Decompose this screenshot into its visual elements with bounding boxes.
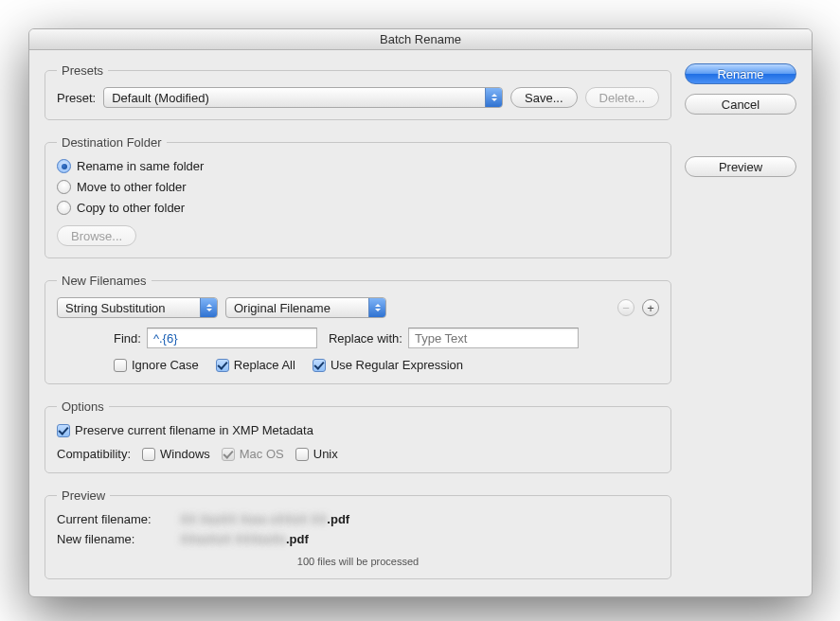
ignore-case-label: Ignore Case [132, 358, 199, 372]
radio-input-move[interactable] [57, 180, 71, 194]
use-regex-label: Use Regular Expression [331, 358, 463, 372]
source-popup[interactable]: Original Filename [225, 297, 386, 318]
radio-label-copy: Copy to other folder [77, 201, 185, 215]
rename-button[interactable]: Rename [685, 63, 796, 84]
remove-rule-button[interactable]: − [617, 299, 634, 316]
radio-label-same: Rename in same folder [77, 159, 204, 173]
radio-same-folder[interactable]: Rename in same folder [57, 159, 659, 173]
ignore-case-checkbox[interactable] [114, 359, 127, 372]
radio-move-folder[interactable]: Move to other folder [57, 180, 659, 194]
destination-legend: Destination Folder [57, 135, 167, 150]
presets-legend: Presets [57, 63, 108, 78]
preview-group: Preview Current filename: XX XxxXX Xxxx … [45, 488, 671, 579]
titlebar: Batch Rename [29, 29, 812, 50]
compat-macos-label: Mac OS [240, 447, 284, 461]
radio-input-copy[interactable] [57, 201, 71, 215]
compat-windows[interactable]: Windows [142, 447, 210, 461]
radio-copy-folder[interactable]: Copy to other folder [57, 201, 659, 215]
replace-input[interactable] [408, 328, 579, 348]
browse-button: Browse... [57, 225, 136, 246]
batch-rename-window: Batch Rename Presets Preset: Default (Mo… [28, 28, 813, 597]
replace-all-label: Replace All [234, 358, 295, 372]
replace-all-check[interactable]: Replace All [216, 358, 295, 372]
ignore-case-check[interactable]: Ignore Case [114, 358, 199, 372]
presets-group: Presets Preset: Default (Modified) Save.… [45, 63, 671, 120]
options-legend: Options [57, 399, 109, 414]
destination-group: Destination Folder Rename in same folder… [45, 135, 671, 258]
mode-popup-value: String Substitution [65, 301, 166, 315]
preserve-xmp-checkbox[interactable] [57, 424, 70, 437]
radio-label-move: Move to other folder [77, 180, 187, 194]
window-title: Batch Rename [380, 32, 461, 46]
compat-unix-label: Unix [313, 447, 338, 461]
compatibility-label: Compatibility: [57, 447, 131, 461]
chevron-updown-icon [485, 88, 502, 107]
preset-label: Preset: [57, 91, 96, 105]
source-popup-value: Original Filename [234, 301, 331, 315]
chevron-updown-icon [368, 298, 385, 317]
add-rule-button[interactable]: + [642, 299, 659, 316]
use-regex-check[interactable]: Use Regular Expression [313, 358, 463, 372]
mode-popup[interactable]: String Substitution [57, 297, 218, 318]
replace-label: Replace with: [329, 331, 402, 346]
replace-all-checkbox[interactable] [216, 359, 229, 372]
new-filename-value: XXxxXxX XXXxxXx.pdf [180, 532, 309, 546]
compat-windows-label: Windows [160, 447, 210, 461]
current-filename-label: Current filename: [57, 512, 170, 526]
chevron-updown-icon [200, 298, 217, 317]
cancel-button[interactable]: Cancel [685, 94, 796, 115]
compat-unix[interactable]: Unix [295, 447, 338, 461]
use-regex-checkbox[interactable] [313, 359, 326, 372]
radio-input-same[interactable] [57, 159, 71, 173]
current-filename-value: XX XxxXX Xxxx xXXxX XX.pdf [180, 512, 349, 526]
preset-popup[interactable]: Default (Modified) [103, 87, 503, 108]
find-input[interactable] [147, 328, 317, 348]
delete-preset-button: Delete... [585, 87, 659, 108]
preview-legend: Preview [57, 488, 110, 503]
preserve-xmp-check[interactable]: Preserve current filename in XMP Metadat… [57, 423, 659, 437]
new-filename-label: New filename: [57, 532, 170, 546]
preset-popup-value: Default (Modified) [112, 91, 209, 105]
compat-macos-checkbox [222, 448, 235, 461]
save-preset-button[interactable]: Save... [510, 87, 577, 108]
preserve-xmp-label: Preserve current filename in XMP Metadat… [75, 423, 313, 437]
compat-windows-checkbox[interactable] [142, 448, 155, 461]
find-label: Find: [114, 331, 141, 346]
compat-macos: Mac OS [222, 447, 284, 461]
new-filenames-group: New Filenames String Substitution Origin… [45, 274, 671, 384]
preview-button[interactable]: Preview [685, 156, 796, 177]
options-group: Options Preserve current filename in XMP… [45, 399, 671, 473]
file-count-note: 100 files will be processed [57, 556, 659, 567]
compat-unix-checkbox[interactable] [295, 448, 309, 461]
new-filenames-legend: New Filenames [57, 274, 152, 288]
